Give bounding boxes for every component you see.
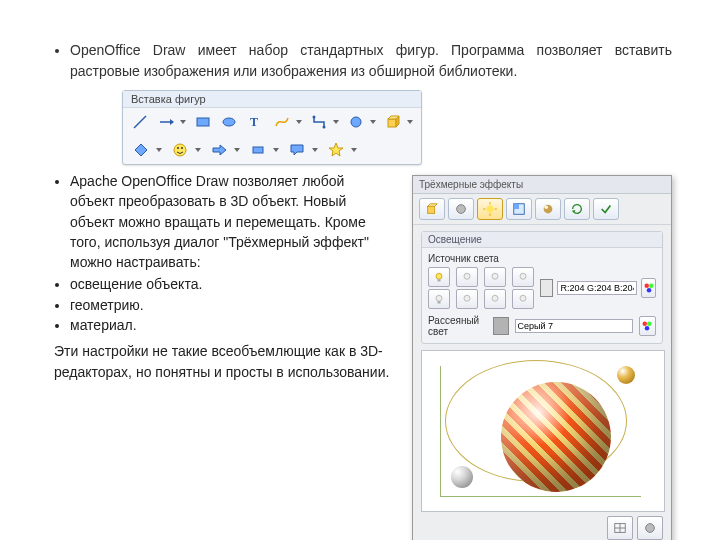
preview-axis (440, 366, 641, 497)
flowchart-icon[interactable] (248, 140, 268, 160)
light-toggle[interactable] (428, 289, 450, 309)
feature-item: освещение объекта. (70, 274, 390, 294)
svg-marker-16 (213, 145, 226, 155)
arrow-icon[interactable] (157, 112, 175, 132)
toolbar-row-1: T (123, 108, 421, 136)
tab-material[interactable] (535, 198, 561, 220)
light-source-label: Источник света (428, 253, 656, 264)
svg-point-32 (436, 273, 442, 279)
svg-rect-9 (388, 119, 396, 127)
preview-mode-icon[interactable] (607, 516, 633, 540)
svg-point-4 (223, 118, 235, 126)
dropdown-icon[interactable] (296, 120, 302, 124)
feature-item: материал. (70, 315, 390, 335)
svg-point-47 (645, 326, 650, 331)
3d-icon[interactable] (384, 112, 402, 132)
dropdown-icon[interactable] (351, 148, 357, 152)
dropdown-icon[interactable] (312, 148, 318, 152)
panel-title: Трёхмерные эффекты (413, 176, 671, 194)
assign-icon[interactable] (593, 198, 619, 220)
svg-point-51 (646, 524, 655, 533)
svg-point-21 (457, 205, 466, 214)
connector-icon[interactable] (310, 112, 328, 132)
feature-item: геометрию. (70, 295, 390, 315)
tab-geometry[interactable] (419, 198, 445, 220)
svg-point-45 (643, 322, 648, 327)
svg-rect-28 (514, 204, 519, 209)
dropdown-icon[interactable] (333, 120, 339, 124)
svg-point-34 (436, 295, 442, 301)
color-swatch[interactable] (493, 317, 509, 335)
svg-marker-20 (428, 204, 438, 207)
preview-sphere (501, 382, 611, 492)
feature-sublist: освещение объекта. геометрию. материал. (48, 274, 390, 335)
preview-mode-icon[interactable] (637, 516, 663, 540)
svg-point-37 (464, 295, 470, 301)
dropdown-icon[interactable] (195, 148, 201, 152)
svg-point-6 (312, 116, 315, 119)
light-handle[interactable] (451, 466, 473, 488)
smiley-icon[interactable] (170, 140, 190, 160)
rect-icon[interactable] (194, 112, 212, 132)
color-value-input[interactable] (557, 281, 637, 295)
svg-rect-19 (428, 206, 435, 213)
svg-point-15 (181, 147, 183, 149)
color-swatch[interactable] (540, 279, 553, 297)
svg-point-36 (464, 273, 470, 279)
update-icon[interactable] (564, 198, 590, 220)
tab-textures[interactable] (506, 198, 532, 220)
dropdown-icon[interactable] (370, 120, 376, 124)
dropdown-icon[interactable] (156, 148, 162, 152)
intro-list: OpenOffice Draw имеет набор стандартных … (48, 40, 672, 82)
color-picker-icon[interactable] (641, 278, 656, 298)
intro-bullet: OpenOffice Draw имеет набор стандартных … (70, 40, 672, 82)
light-toggle[interactable] (456, 289, 478, 309)
svg-point-14 (177, 147, 179, 149)
light-toggle[interactable] (456, 267, 478, 287)
svg-point-42 (644, 284, 649, 289)
shapes-toolbar: Вставка фигур T (122, 90, 422, 165)
light-handle[interactable] (617, 366, 635, 384)
closing-paragraph: Эти настройки не такие всеобъемлющие как… (54, 341, 390, 382)
dropdown-icon[interactable] (180, 120, 186, 124)
ambient-value-input[interactable] (515, 319, 633, 333)
svg-point-41 (520, 295, 526, 301)
svg-rect-17 (253, 147, 263, 153)
line-icon[interactable] (131, 112, 149, 132)
ambient-label: Рассеяный свет (428, 315, 487, 337)
toolbar-row-2 (123, 136, 421, 164)
svg-rect-35 (438, 301, 441, 303)
text-icon[interactable]: T (246, 112, 264, 132)
preview-3d[interactable] (421, 350, 665, 512)
svg-point-44 (646, 288, 651, 293)
panel-tabs (413, 194, 671, 225)
tab-shading[interactable] (448, 198, 474, 220)
svg-point-46 (647, 322, 652, 327)
diamond-icon[interactable] (131, 140, 151, 160)
light-toggle[interactable] (484, 289, 506, 309)
svg-rect-33 (438, 279, 441, 281)
dropdown-icon[interactable] (234, 148, 240, 152)
basic-shapes-icon[interactable] (347, 112, 365, 132)
block-arrow-icon[interactable] (209, 140, 229, 160)
color-picker-icon[interactable] (639, 316, 656, 336)
dropdown-icon[interactable] (273, 148, 279, 152)
light-toggle[interactable] (512, 267, 534, 287)
dropdown-icon[interactable] (407, 120, 413, 124)
svg-text:T: T (250, 115, 258, 129)
feature-lead: Apache OpenOffice Draw позволяет любой о… (70, 171, 390, 272)
group-illumination: Освещение Источник света (421, 231, 663, 344)
ellipse-icon[interactable] (220, 112, 238, 132)
svg-point-7 (322, 126, 325, 129)
callout-icon[interactable] (287, 140, 307, 160)
tab-illumination[interactable] (477, 198, 503, 220)
light-toggle[interactable] (484, 267, 506, 287)
curve-icon[interactable] (273, 112, 291, 132)
svg-marker-12 (135, 144, 147, 156)
toolbar-title: Вставка фигур (123, 91, 421, 108)
light-toggle[interactable] (512, 289, 534, 309)
svg-point-40 (520, 273, 526, 279)
light-toggle[interactable] (428, 267, 450, 287)
svg-point-43 (649, 284, 654, 289)
star-icon[interactable] (326, 140, 346, 160)
